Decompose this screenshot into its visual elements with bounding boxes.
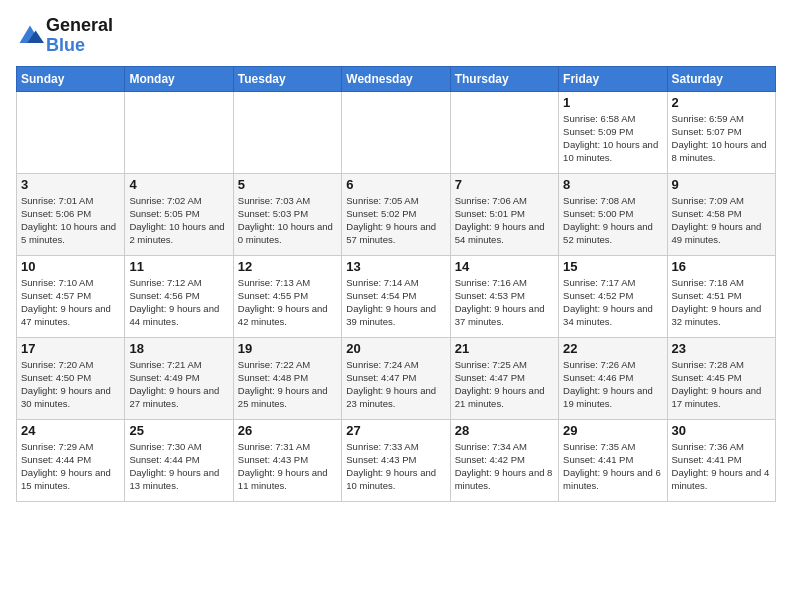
day-info: Sunrise: 7:34 AM Sunset: 4:42 PM Dayligh… [455,440,554,493]
day-info: Sunrise: 6:59 AM Sunset: 5:07 PM Dayligh… [672,112,771,165]
calendar-cell: 11Sunrise: 7:12 AM Sunset: 4:56 PM Dayli… [125,255,233,337]
logo-blue: Blue [46,36,113,56]
day-number: 29 [563,423,662,438]
page: General Blue SundayMondayTuesdayWednesda… [0,0,792,612]
day-number: 20 [346,341,445,356]
calendar-cell [125,91,233,173]
calendar-cell: 1Sunrise: 6:58 AM Sunset: 5:09 PM Daylig… [559,91,667,173]
calendar-cell: 15Sunrise: 7:17 AM Sunset: 4:52 PM Dayli… [559,255,667,337]
logo-general: General [46,15,113,35]
day-info: Sunrise: 7:16 AM Sunset: 4:53 PM Dayligh… [455,276,554,329]
day-info: Sunrise: 6:58 AM Sunset: 5:09 PM Dayligh… [563,112,662,165]
day-number: 15 [563,259,662,274]
day-info: Sunrise: 7:06 AM Sunset: 5:01 PM Dayligh… [455,194,554,247]
calendar-cell: 27Sunrise: 7:33 AM Sunset: 4:43 PM Dayli… [342,419,450,501]
day-number: 13 [346,259,445,274]
day-info: Sunrise: 7:10 AM Sunset: 4:57 PM Dayligh… [21,276,120,329]
calendar-cell: 18Sunrise: 7:21 AM Sunset: 4:49 PM Dayli… [125,337,233,419]
calendar-header-wednesday: Wednesday [342,66,450,91]
calendar-cell: 30Sunrise: 7:36 AM Sunset: 4:41 PM Dayli… [667,419,775,501]
day-info: Sunrise: 7:25 AM Sunset: 4:47 PM Dayligh… [455,358,554,411]
calendar-week-1: 3Sunrise: 7:01 AM Sunset: 5:06 PM Daylig… [17,173,776,255]
logo-icon [16,22,44,50]
day-number: 18 [129,341,228,356]
calendar-cell [450,91,558,173]
calendar-cell: 22Sunrise: 7:26 AM Sunset: 4:46 PM Dayli… [559,337,667,419]
calendar-cell: 26Sunrise: 7:31 AM Sunset: 4:43 PM Dayli… [233,419,341,501]
day-number: 4 [129,177,228,192]
day-number: 10 [21,259,120,274]
day-info: Sunrise: 7:20 AM Sunset: 4:50 PM Dayligh… [21,358,120,411]
day-info: Sunrise: 7:08 AM Sunset: 5:00 PM Dayligh… [563,194,662,247]
day-number: 11 [129,259,228,274]
calendar-cell [17,91,125,173]
day-info: Sunrise: 7:05 AM Sunset: 5:02 PM Dayligh… [346,194,445,247]
day-info: Sunrise: 7:18 AM Sunset: 4:51 PM Dayligh… [672,276,771,329]
day-number: 2 [672,95,771,110]
day-number: 25 [129,423,228,438]
calendar-cell: 19Sunrise: 7:22 AM Sunset: 4:48 PM Dayli… [233,337,341,419]
calendar-cell: 20Sunrise: 7:24 AM Sunset: 4:47 PM Dayli… [342,337,450,419]
day-number: 22 [563,341,662,356]
day-number: 17 [21,341,120,356]
calendar-table: SundayMondayTuesdayWednesdayThursdayFrid… [16,66,776,502]
calendar-cell: 24Sunrise: 7:29 AM Sunset: 4:44 PM Dayli… [17,419,125,501]
day-info: Sunrise: 7:13 AM Sunset: 4:55 PM Dayligh… [238,276,337,329]
day-number: 7 [455,177,554,192]
calendar-week-0: 1Sunrise: 6:58 AM Sunset: 5:09 PM Daylig… [17,91,776,173]
day-number: 30 [672,423,771,438]
day-info: Sunrise: 7:35 AM Sunset: 4:41 PM Dayligh… [563,440,662,493]
day-number: 12 [238,259,337,274]
day-info: Sunrise: 7:36 AM Sunset: 4:41 PM Dayligh… [672,440,771,493]
calendar-cell [342,91,450,173]
day-info: Sunrise: 7:01 AM Sunset: 5:06 PM Dayligh… [21,194,120,247]
logo: General Blue [16,16,113,56]
day-number: 21 [455,341,554,356]
day-info: Sunrise: 7:12 AM Sunset: 4:56 PM Dayligh… [129,276,228,329]
header: General Blue [16,16,776,56]
day-info: Sunrise: 7:31 AM Sunset: 4:43 PM Dayligh… [238,440,337,493]
calendar-cell: 25Sunrise: 7:30 AM Sunset: 4:44 PM Dayli… [125,419,233,501]
calendar-cell: 9Sunrise: 7:09 AM Sunset: 4:58 PM Daylig… [667,173,775,255]
day-number: 14 [455,259,554,274]
calendar-cell: 8Sunrise: 7:08 AM Sunset: 5:00 PM Daylig… [559,173,667,255]
calendar-cell: 28Sunrise: 7:34 AM Sunset: 4:42 PM Dayli… [450,419,558,501]
day-number: 8 [563,177,662,192]
calendar-header-row: SundayMondayTuesdayWednesdayThursdayFrid… [17,66,776,91]
day-info: Sunrise: 7:17 AM Sunset: 4:52 PM Dayligh… [563,276,662,329]
calendar-cell: 3Sunrise: 7:01 AM Sunset: 5:06 PM Daylig… [17,173,125,255]
day-number: 5 [238,177,337,192]
calendar-header-monday: Monday [125,66,233,91]
day-number: 16 [672,259,771,274]
calendar-cell: 16Sunrise: 7:18 AM Sunset: 4:51 PM Dayli… [667,255,775,337]
day-number: 3 [21,177,120,192]
day-info: Sunrise: 7:09 AM Sunset: 4:58 PM Dayligh… [672,194,771,247]
day-info: Sunrise: 7:22 AM Sunset: 4:48 PM Dayligh… [238,358,337,411]
day-info: Sunrise: 7:02 AM Sunset: 5:05 PM Dayligh… [129,194,228,247]
day-info: Sunrise: 7:14 AM Sunset: 4:54 PM Dayligh… [346,276,445,329]
day-number: 26 [238,423,337,438]
calendar-cell: 13Sunrise: 7:14 AM Sunset: 4:54 PM Dayli… [342,255,450,337]
day-number: 1 [563,95,662,110]
calendar-cell: 12Sunrise: 7:13 AM Sunset: 4:55 PM Dayli… [233,255,341,337]
calendar-header-friday: Friday [559,66,667,91]
day-info: Sunrise: 7:03 AM Sunset: 5:03 PM Dayligh… [238,194,337,247]
calendar-cell: 21Sunrise: 7:25 AM Sunset: 4:47 PM Dayli… [450,337,558,419]
day-info: Sunrise: 7:30 AM Sunset: 4:44 PM Dayligh… [129,440,228,493]
day-number: 28 [455,423,554,438]
day-info: Sunrise: 7:24 AM Sunset: 4:47 PM Dayligh… [346,358,445,411]
day-info: Sunrise: 7:26 AM Sunset: 4:46 PM Dayligh… [563,358,662,411]
calendar-cell: 29Sunrise: 7:35 AM Sunset: 4:41 PM Dayli… [559,419,667,501]
day-number: 6 [346,177,445,192]
calendar-cell [233,91,341,173]
calendar-header-thursday: Thursday [450,66,558,91]
day-number: 24 [21,423,120,438]
calendar-cell: 23Sunrise: 7:28 AM Sunset: 4:45 PM Dayli… [667,337,775,419]
calendar-cell: 10Sunrise: 7:10 AM Sunset: 4:57 PM Dayli… [17,255,125,337]
calendar-header-sunday: Sunday [17,66,125,91]
day-info: Sunrise: 7:21 AM Sunset: 4:49 PM Dayligh… [129,358,228,411]
calendar-week-3: 17Sunrise: 7:20 AM Sunset: 4:50 PM Dayli… [17,337,776,419]
calendar-header-saturday: Saturday [667,66,775,91]
day-number: 9 [672,177,771,192]
day-info: Sunrise: 7:29 AM Sunset: 4:44 PM Dayligh… [21,440,120,493]
